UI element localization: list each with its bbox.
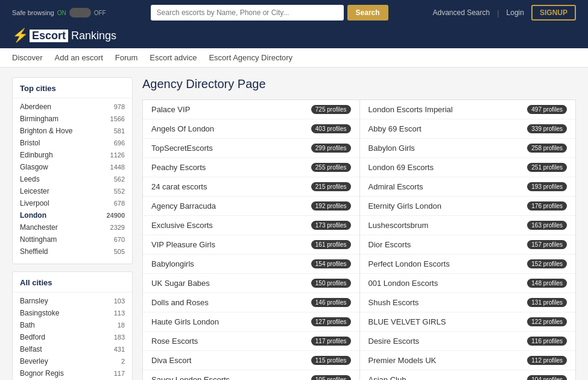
sidebar-top-city-item[interactable]: Birmingham 1566 [13, 113, 132, 125]
city-name: Glasgow [20, 163, 48, 171]
agency-row[interactable]: Perfect London Escorts 152 profiles [360, 255, 576, 274]
agency-row[interactable]: BLUE VELVET GIRLS 122 profiles [360, 312, 576, 332]
agency-row[interactable]: London Escorts Imperial 497 profiles [360, 100, 576, 119]
safe-browsing-toggle[interactable] [69, 8, 91, 17]
sidebar-top-city-item[interactable]: Leicester 552 [13, 185, 132, 197]
agency-name: Babylongirls [151, 259, 194, 268]
agency-name: Angels Of London [151, 124, 214, 133]
agency-row[interactable]: Eternity Girls London 176 profiles [360, 197, 576, 216]
search-bar: Search [151, 5, 388, 21]
sidebar-all-city-item[interactable]: Basingstoke 113 [13, 307, 132, 319]
agency-row[interactable]: Desire Escorts 116 profiles [360, 332, 576, 351]
sidebar-top-city-item[interactable]: Manchester 2329 [13, 221, 132, 233]
agency-row[interactable]: Admiral Escorts 193 profiles [360, 177, 576, 197]
sidebar-all-city-item[interactable]: Bedford 183 [13, 331, 132, 343]
agency-row[interactable]: Saucy London Escorts 105 profiles [143, 370, 359, 380]
search-button[interactable]: Search [347, 5, 388, 21]
agency-name: Peachy Escorts [151, 163, 206, 172]
agency-name: Rose Escorts [151, 337, 198, 346]
agency-row[interactable]: Shush Escorts 131 profiles [360, 293, 576, 312]
nav-add-escort[interactable]: Add an escort [55, 53, 103, 62]
city-count: 552 [114, 188, 125, 195]
agency-name: Exclusive Escorts [151, 221, 213, 230]
agency-row[interactable]: Babylon Girls 258 profiles [360, 139, 576, 158]
sidebar-top-city-item[interactable]: Edinburgh 1126 [13, 149, 132, 161]
city-count: 1566 [110, 115, 125, 122]
sidebar-top-city-item[interactable]: Nottingham 670 [13, 233, 132, 245]
sidebar-top-city-item[interactable]: Liverpool 678 [13, 197, 132, 209]
agency-row[interactable]: Palace VIP 725 profiles [143, 100, 359, 119]
agency-column-right: London Escorts Imperial 497 profiles Abb… [359, 100, 577, 380]
sidebar-all-city-item[interactable]: Belfast 431 [13, 343, 132, 355]
advanced-search-link[interactable]: Advanced Search [432, 8, 490, 17]
nav-forum[interactable]: Forum [115, 53, 138, 62]
profile-badge: 150 profiles [311, 279, 351, 288]
city-count: 431 [114, 346, 125, 353]
city-name: Bristol [20, 139, 40, 147]
agency-row[interactable]: Peachy Escorts 255 profiles [143, 158, 359, 177]
agency-row[interactable]: Dior Escorts 157 profiles [360, 235, 576, 255]
city-count: 1126 [110, 151, 125, 159]
nav-discover[interactable]: Discover [12, 53, 43, 62]
city-count: 24900 [106, 212, 125, 219]
toggle-on-label: ON [57, 10, 66, 16]
city-count: 117 [114, 370, 125, 377]
all-cities-section: All cities Barnsley 103 Basingstoke 113 … [12, 271, 133, 380]
agency-row[interactable]: 001 London Escorts 148 profiles [360, 274, 576, 293]
sidebar-all-city-item[interactable]: Beverley 2 [13, 355, 132, 367]
agency-row[interactable]: UK Sugar Babes 150 profiles [143, 274, 359, 293]
agency-row[interactable]: Asian Club 104 profiles [360, 370, 576, 380]
agency-row[interactable]: Babylongirls 154 profiles [143, 255, 359, 274]
agency-row[interactable]: Dolls and Roses 146 profiles [143, 293, 359, 312]
agency-row[interactable]: Lushescortsbrum 163 profiles [360, 216, 576, 235]
city-count: 978 [114, 103, 125, 110]
profile-badge: 117 profiles [311, 337, 351, 346]
agency-row[interactable]: 24 carat escorts 215 profiles [143, 177, 359, 197]
logo-bolt-icon: ⚡ [12, 28, 28, 43]
agency-row[interactable]: Exclusive Escorts 173 profiles [143, 216, 359, 235]
sidebar: Top cities Aberdeen 978 Birmingham 1566 … [12, 77, 133, 380]
city-count: 2329 [110, 224, 125, 231]
agency-row[interactable]: Agency Barracuda 192 profiles [143, 197, 359, 216]
sidebar-top-city-item[interactable]: Bristol 696 [13, 137, 132, 149]
top-cities-list: Aberdeen 978 Birmingham 1566 Brighton & … [13, 101, 132, 258]
nav-escort-advice[interactable]: Escort advice [150, 53, 197, 62]
sidebar-all-city-item[interactable]: Bognor Regis 117 [13, 367, 132, 379]
agency-name: Dolls and Roses [151, 298, 209, 307]
city-name: Leeds [20, 175, 40, 183]
sidebar-top-city-item[interactable]: London 24900 [13, 209, 132, 221]
signup-button[interactable]: SIGNUP [531, 5, 576, 21]
profile-badge: 193 profiles [527, 182, 567, 191]
agency-name: TopSecretEscorts [151, 144, 213, 153]
agency-row[interactable]: Abby 69 Escort 339 profiles [360, 119, 576, 139]
login-link[interactable]: Login [507, 8, 524, 17]
agency-row[interactable]: TopSecretEscorts 299 profiles [143, 139, 359, 158]
sidebar-top-city-item[interactable]: Sheffield 505 [13, 245, 132, 258]
agency-row[interactable]: Haute Girls London 127 profiles [143, 312, 359, 332]
sidebar-all-city-item[interactable]: Bath 18 [13, 319, 132, 331]
toggle-off-label: OFF [94, 10, 106, 16]
sidebar-all-city-item[interactable]: Barnsley 103 [13, 295, 132, 307]
agency-row[interactable]: Angels Of London 403 profiles [143, 119, 359, 139]
profile-badge: 173 profiles [311, 221, 351, 230]
sidebar-top-city-item[interactable]: Leeds 562 [13, 173, 132, 185]
city-name: Beverley [20, 357, 48, 366]
agency-row[interactable]: Premier Models UK 112 profiles [360, 351, 576, 370]
agency-row[interactable]: Rose Escorts 117 profiles [143, 332, 359, 351]
agency-row[interactable]: VIP Pleasure Girls 161 profiles [143, 235, 359, 255]
sidebar-top-city-item[interactable]: Brighton & Hove 581 [13, 125, 132, 137]
logo[interactable]: ⚡ Escort Rankings [12, 28, 576, 43]
nav-agency-directory[interactable]: Escort Agency Directory [209, 53, 292, 62]
sidebar-top-city-item[interactable]: Aberdeen 978 [13, 101, 132, 113]
agency-name: VIP Pleasure Girls [151, 240, 215, 249]
profile-badge: 105 profiles [311, 375, 351, 380]
sidebar-top-city-item[interactable]: Glasgow 1448 [13, 161, 132, 173]
agency-row[interactable]: Diva Escort 115 profiles [143, 351, 359, 370]
header-links: Advanced Search | Login SIGNUP [432, 5, 576, 21]
agency-row[interactable]: London 69 Escorts 251 profiles [360, 158, 576, 177]
profile-badge: 255 profiles [311, 163, 351, 172]
profile-badge: 127 profiles [311, 317, 351, 326]
search-input[interactable] [151, 5, 344, 21]
agency-name: UK Sugar Babes [151, 279, 210, 288]
city-count: 18 [118, 321, 125, 329]
